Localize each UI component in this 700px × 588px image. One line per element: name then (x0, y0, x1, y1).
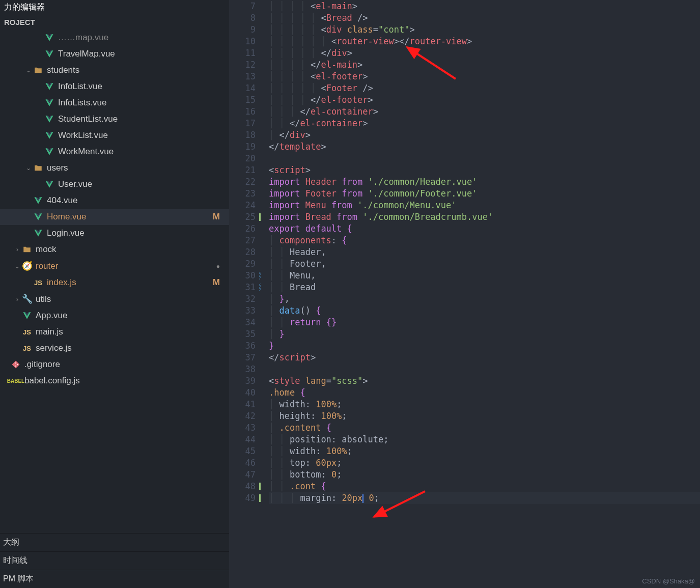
babel-icon: BABEL (10, 378, 21, 384)
code-line[interactable]: import Menu from './common/Menu.vue' (269, 200, 700, 211)
folder-item[interactable]: ›🔧utils (0, 291, 229, 307)
folder-item[interactable]: ⌄🧭router● (0, 258, 229, 274)
folder-item[interactable]: ⌄students (0, 62, 229, 78)
file-item[interactable]: 404.vue (0, 192, 229, 209)
outline-panel[interactable]: 大纲 (0, 533, 229, 551)
file-item[interactable]: ……map.vue (0, 30, 229, 46)
file-item[interactable]: InfoList.vue (0, 78, 229, 95)
code-line[interactable]: │ .content { (269, 422, 700, 434)
code-line[interactable]: │ │ </el-container> (269, 118, 700, 129)
code-line[interactable]: │ │ │ │ │ <div class="cont"> (269, 24, 700, 36)
code-line[interactable]: } (269, 340, 700, 352)
code-line[interactable]: │ │ Menu, (269, 270, 700, 282)
code-line[interactable]: export default { (269, 223, 700, 235)
bottom-panels: 大纲 时间线 PM 脚本 (0, 533, 229, 588)
line-number: 31 (229, 282, 256, 293)
line-number: 16 (229, 106, 256, 118)
line-number: 33 (229, 305, 256, 317)
code-line[interactable]: │ │ bottom: 0; (269, 469, 700, 481)
code-line[interactable]: │ width: 100%; (269, 399, 700, 410)
code-line[interactable]: </template> (269, 141, 700, 153)
code-line[interactable]: │ │ │ │ │ </div> (269, 47, 700, 59)
file-item[interactable]: Home.vueM (0, 209, 229, 225)
file-item[interactable]: App.vue (0, 307, 229, 324)
line-number: 17 (229, 118, 256, 129)
code-line[interactable]: │ │ │ │ <el-footer> (269, 71, 700, 82)
code-line[interactable]: │ │ top: 60px; (269, 457, 700, 469)
file-tree: ……map.vueTravelMap.vue⌄studentsInfoList.… (0, 30, 229, 533)
code-content[interactable]: │ │ │ │ <el-main>│ │ │ │ │ <Bread />│ │ … (265, 1, 700, 588)
code-line[interactable]: <style lang="scss"> (269, 375, 700, 387)
code-line[interactable]: │ } (269, 328, 700, 340)
tree-label: service.js (36, 343, 227, 353)
code-area[interactable]: 7891011121314151617181920212223242526272… (229, 1, 700, 588)
folder-item[interactable]: ›mock (0, 241, 229, 258)
js-icon: JS (21, 345, 33, 352)
code-line[interactable]: │ </div> (269, 129, 700, 141)
vue-icon (44, 98, 55, 107)
chevron-icon: › (13, 246, 21, 253)
code-line[interactable] (269, 153, 700, 164)
code-line[interactable]: import Footer from './common/Footer.vue' (269, 188, 700, 200)
file-item[interactable]: WorkList.vue (0, 127, 229, 144)
line-number: 11 (229, 47, 256, 59)
file-item[interactable]: StudentList.vue (0, 111, 229, 127)
code-line[interactable]: │ data() { (269, 305, 700, 317)
code-line[interactable]: │ height: 100%; (269, 410, 700, 422)
code-line[interactable]: │ │ │ │ <el-main> (269, 1, 700, 12)
code-line[interactable]: │ │ │ margin: 20px 0; (269, 492, 700, 504)
code-line[interactable]: │ │ │ │ </el-main> (269, 59, 700, 71)
code-line[interactable]: │ │ │ │ │ <Footer /> (269, 82, 700, 94)
code-line[interactable]: │ │ Footer, (269, 258, 700, 270)
code-line[interactable]: │ │ │ </el-container> (269, 106, 700, 118)
code-line[interactable]: │ │ │ │ │ │ <router-view></router-view> (269, 36, 700, 47)
code-line[interactable]: │ │ position: absolute; (269, 434, 700, 445)
code-line[interactable]: </script> (269, 352, 700, 363)
code-line[interactable]: import Header from './common/Header.vue' (269, 176, 700, 188)
line-number: 20 (229, 153, 256, 164)
code-line[interactable]: │ │ return {} (269, 317, 700, 328)
file-item[interactable]: TravelMap.vue (0, 46, 229, 62)
line-number: 10 (229, 36, 256, 47)
file-item[interactable]: JSmain.js (0, 324, 229, 340)
file-item[interactable]: InfoLists.vue (0, 95, 229, 111)
code-line[interactable]: <script> (269, 164, 700, 176)
line-number: 7 (229, 1, 256, 12)
tree-label: mock (36, 244, 227, 255)
line-number: 45 (229, 445, 256, 457)
line-number: 9 (229, 24, 256, 36)
tree-label: WorkMent.vue (58, 147, 227, 157)
file-item[interactable]: JSindex.jsM (0, 274, 229, 291)
vue-icon (44, 131, 55, 140)
git-status: ● (216, 263, 227, 270)
git-status: M (213, 277, 227, 288)
line-number: 38 (229, 363, 256, 375)
code-line[interactable]: │ │ │ │ </el-footer> (269, 94, 700, 106)
code-line[interactable]: │ }, (269, 293, 700, 305)
folder-item[interactable]: ⌄users (0, 160, 229, 176)
line-number: 26 (229, 223, 256, 235)
npm-scripts-panel[interactable]: PM 脚本 (0, 570, 229, 588)
project-header[interactable]: ROJECT (0, 15, 229, 30)
file-item[interactable]: .gitignore (0, 356, 229, 373)
line-number: 8 (229, 12, 256, 24)
code-line[interactable]: │ │ │ │ │ <Bread /> (269, 12, 700, 24)
code-line[interactable] (269, 363, 700, 375)
file-item[interactable]: User.vue (0, 176, 229, 192)
file-item[interactable]: Login.vue (0, 225, 229, 241)
vue-icon (33, 196, 44, 205)
code-line[interactable]: .home { (269, 387, 700, 399)
code-line[interactable]: │ │ width: 100%; (269, 445, 700, 457)
line-number: 47 (229, 469, 256, 481)
file-item[interactable]: WorkMent.vue (0, 144, 229, 160)
timeline-panel[interactable]: 时间线 (0, 551, 229, 570)
file-item[interactable]: JSservice.js (0, 340, 229, 356)
code-line[interactable]: │ components: { (269, 235, 700, 246)
chevron-icon: › (13, 296, 21, 303)
line-number: 28 (229, 246, 256, 258)
file-item[interactable]: BABELbabel.config.js (0, 373, 229, 389)
code-line[interactable]: │ │ .cont { (269, 481, 700, 492)
code-line[interactable]: │ │ Header, (269, 246, 700, 258)
code-line[interactable]: │ │ Bread (269, 282, 700, 293)
code-line[interactable]: import Bread from './common/Breadcrumb.v… (269, 211, 700, 223)
